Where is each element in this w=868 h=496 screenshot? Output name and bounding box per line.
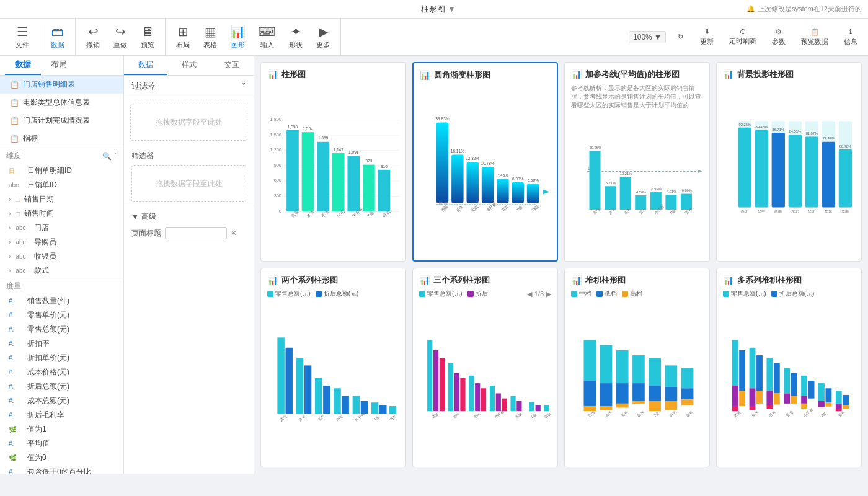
measure-discount-rate[interactable]: #. 折扣率 (0, 337, 123, 351)
file-button[interactable]: ☰ 文件 (10, 22, 35, 52)
chart7-icon: 📊 (571, 275, 582, 285)
svg-rect-112 (285, 348, 292, 414)
svg-rect-43 (482, 167, 494, 203)
svg-text:89.48%: 89.48% (756, 125, 768, 129)
dim-item-sales-time[interactable]: › □ 销售时间 (0, 206, 123, 221)
chart-bar2[interactable]: 📊 圆角渐变柱形图 (412, 62, 558, 262)
measure-cost-price[interactable]: #. 成本价格(元) (0, 365, 123, 379)
chart-bar7[interactable]: 📊 堆积柱形图 中档 低档 高档 (564, 268, 710, 467)
undo-button[interactable]: ↩ 撤销 (81, 22, 105, 52)
chart-bar3[interactable]: 📊 加参考线(平均值)的柱形图 参考线解析：显示的是各大区的实际购销售情况，参考… (564, 62, 710, 262)
preview-data-button[interactable]: 📋 预览数据 (796, 25, 833, 49)
clear-icon[interactable]: ✕ (231, 229, 237, 237)
measure-value0[interactable]: 🌿 值为0 (0, 451, 123, 465)
svg-rect-190 (750, 406, 756, 410)
svg-text:华北: 华北 (808, 210, 815, 213)
dim-item-cashier[interactable]: › abc 收银员 (0, 249, 123, 264)
chart8-body: 西装 皮衣 毛衣 羽毛 牛仔裤 T恤 羽衣 (723, 301, 855, 461)
svg-rect-170 (665, 365, 678, 386)
measure-pct-below0[interactable]: #. 包含低于0的百分比 (0, 465, 123, 474)
table-item-store-plan[interactable]: 📋 门店计划完成情况表 (0, 112, 123, 130)
measure-cost-total[interactable]: #. 成本总额(元) (0, 394, 123, 408)
dim-item-sales-detail-id[interactable]: 日 日销单明细ID (0, 164, 123, 178)
svg-rect-22 (347, 156, 360, 211)
time-icon: □ (16, 210, 20, 218)
chart-bar5[interactable]: 📊 两个系列柱形图 零售总额(元) 折后总额(元) (260, 268, 406, 467)
svg-text:6.90%: 6.90% (512, 177, 524, 181)
prev-arrow[interactable]: ◀ (527, 290, 532, 298)
dim-item-sales-date[interactable]: › □ 销售日期 (0, 192, 123, 206)
preview-button[interactable]: 🖥 预览 (135, 22, 160, 52)
svg-rect-100 (822, 142, 835, 208)
svg-rect-166 (632, 401, 645, 404)
chart-bar4[interactable]: 📊 背景投影柱形图 92.25% 89.48% (716, 62, 862, 262)
last-modified: 🔔 上次修改是system在12天前进行的 (746, 4, 862, 14)
svg-rect-92 (755, 130, 768, 208)
measure-retail-total[interactable]: #. 零售总额(元) (0, 322, 123, 337)
measure-qty[interactable]: #. 销售数量(件) (0, 294, 123, 308)
svg-marker-60 (698, 170, 702, 173)
svg-rect-41 (466, 162, 478, 203)
sub-tab-interact[interactable]: 交互 (210, 56, 254, 75)
svg-text:东北: 东北 (791, 209, 799, 213)
chart2-title: 📊 圆角渐变柱形图 (420, 69, 551, 81)
table-item-store-sales[interactable]: 📋 门店销售明细表 (0, 76, 123, 94)
dim-item-store[interactable]: › abc 门店 (0, 221, 123, 235)
svg-rect-193 (766, 358, 773, 391)
dim-item-guide[interactable]: › abc 导购员 (0, 235, 123, 249)
dim-item-style[interactable]: › abc 款式 (0, 264, 123, 278)
next-arrow[interactable]: ▶ (546, 290, 551, 298)
legend-item-discount: 折后总额(元) (316, 290, 359, 298)
legend-high: 高档 (622, 290, 642, 298)
refresh-button[interactable]: ↻ (671, 30, 689, 43)
layout-button[interactable]: ⊞ 布局 (170, 22, 195, 52)
title-dropdown-icon[interactable]: ▼ (448, 4, 456, 14)
measure-discount-unit[interactable]: #. 折扣单价(元) (0, 351, 123, 365)
measure-discount-total[interactable]: #. 折后总额(元) (0, 379, 123, 394)
chart1-body: 1,800 1,500 1,200 900 600 300 0 (267, 84, 399, 255)
measure-value1[interactable]: 🌿 值为1 (0, 422, 123, 436)
svg-rect-169 (649, 401, 661, 411)
tab-layout[interactable]: 布局 (41, 56, 77, 75)
chart-bar8[interactable]: 📊 多系列堆积柱形图 零售总额(元) 折后总额(元) (716, 268, 862, 467)
measure-section: 度量 (0, 278, 123, 294)
legend-dot-retail6 (419, 291, 425, 297)
svg-rect-39 (451, 154, 463, 203)
table-button[interactable]: ▦ 表格 (198, 22, 223, 52)
chart-bar6[interactable]: 📊 三个系列柱形图 零售总额(元) 折后 ◀ 1/3 (412, 268, 558, 467)
more-button[interactable]: ▶ 更多 (311, 22, 335, 52)
chart-bar1[interactable]: 📊 柱形图 1,800 1,500 1,200 900 600 300 0 (260, 62, 406, 262)
advanced-toggle[interactable]: ▼ 高级 (131, 211, 246, 222)
page-title-input[interactable] (165, 227, 227, 239)
redo-button[interactable]: ↪ 重做 (108, 22, 133, 52)
tab-data[interactable]: 数据 (5, 56, 41, 75)
update-button[interactable]: ⬇ 更新 (694, 25, 719, 49)
sub-tab-data[interactable]: 数据 (124, 56, 167, 75)
legend-discount8: 折后总额(元) (771, 290, 815, 298)
dim-item-sales-id[interactable]: abc 日销单ID (0, 178, 123, 192)
input-button[interactable]: ⌨ 输入 (253, 22, 281, 52)
info-button[interactable]: ℹ 信息 (838, 25, 863, 49)
svg-text:39.96%: 39.96% (590, 146, 601, 149)
timer-button[interactable]: ⏱ 定时刷新 (724, 25, 761, 48)
table-item-movie[interactable]: 📋 电影类型总体信息表 (0, 94, 123, 112)
measure-avg[interactable]: #. 平均值 (0, 436, 123, 451)
filter-drop-zone-2[interactable]: 拖拽数据字段至此处 (131, 165, 246, 202)
svg-rect-156 (583, 381, 596, 406)
chart-button[interactable]: 📊 图形 (225, 22, 250, 52)
zoom-selector[interactable]: 100% ▼ (629, 31, 666, 43)
params-button[interactable]: ⚙ 参数 (766, 25, 791, 49)
chart5-legend: 零售总额(元) 折后总额(元) (267, 290, 399, 298)
data-button[interactable]: 🗃 数据 (45, 22, 70, 52)
svg-rect-197 (774, 393, 780, 404)
shape-button[interactable]: ✦ 形状 (283, 22, 308, 52)
params-icon: ⚙ (776, 28, 782, 36)
filter-expand-icon[interactable]: ˅ (242, 82, 246, 91)
sub-tab-style[interactable]: 样式 (167, 56, 211, 75)
svg-text:6.86%: 6.86% (682, 188, 692, 192)
search-icon[interactable]: 🔍 ˅ (102, 152, 117, 161)
measure-margin-rate[interactable]: #. 折后毛利率 (0, 408, 123, 422)
filter-drop-zone-1[interactable]: 拖拽数据字段至此处 (130, 104, 247, 141)
measure-retail-unit[interactable]: #. 零售单价(元) (0, 308, 123, 322)
table-item-indicator[interactable]: 📋 指标 (0, 130, 123, 148)
